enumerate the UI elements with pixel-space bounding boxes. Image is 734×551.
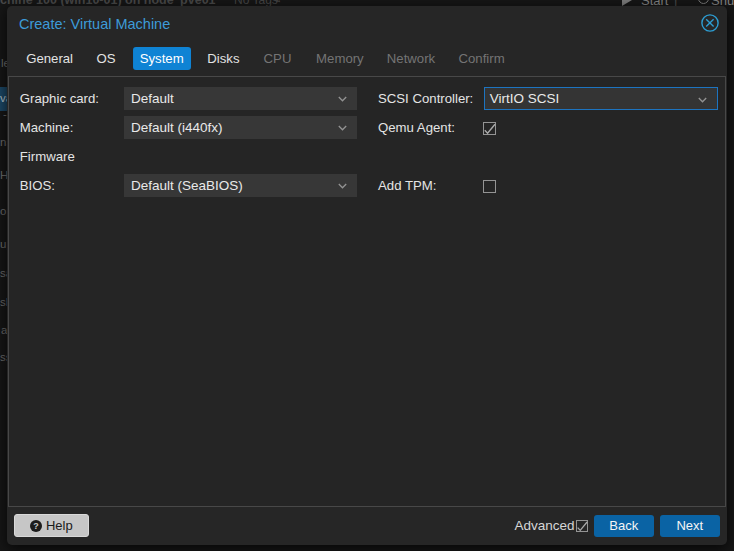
svg-text:?: ? bbox=[34, 521, 40, 531]
